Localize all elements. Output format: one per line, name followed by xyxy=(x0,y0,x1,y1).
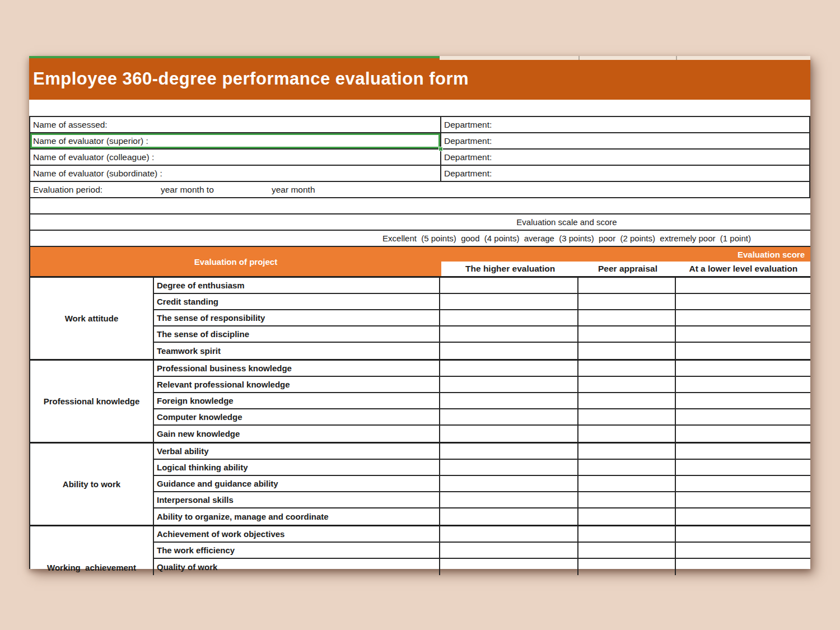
score-cell[interactable] xyxy=(578,409,676,424)
score-cell[interactable] xyxy=(676,543,810,558)
score-cell[interactable] xyxy=(676,444,810,459)
item-cell: Ability to organize, manage and coordina… xyxy=(154,508,440,525)
score-cell[interactable] xyxy=(440,476,578,491)
score-cell[interactable] xyxy=(578,377,676,392)
column-divider-tick xyxy=(676,56,677,60)
cell-label: Name of evaluator (superior) : xyxy=(33,136,148,146)
item-cell: Guidance and guidance ability xyxy=(154,476,440,491)
score-cell[interactable] xyxy=(578,444,676,459)
score-cell[interactable] xyxy=(578,559,676,575)
score-cell[interactable] xyxy=(578,476,676,491)
score-cell[interactable] xyxy=(440,377,578,392)
period-to-label: year month xyxy=(272,185,315,195)
name-of-evaluator-superior-cell[interactable]: Name of evaluator (superior) : xyxy=(30,133,441,148)
score-cell[interactable] xyxy=(440,409,578,424)
score-cell[interactable] xyxy=(676,310,810,325)
score-cell[interactable] xyxy=(578,278,676,293)
item-cell: Computer knowledge xyxy=(154,409,440,424)
table-row: Foreign knowledge xyxy=(154,393,810,409)
name-of-evaluator-subordinate-cell[interactable]: Name of evaluator (subordinate) : xyxy=(30,166,441,181)
score-cell[interactable] xyxy=(578,393,676,408)
evaluation-score-header: Evaluation score xyxy=(441,247,810,262)
score-cell[interactable] xyxy=(676,492,810,507)
score-cell[interactable] xyxy=(440,492,578,507)
score-cell[interactable] xyxy=(578,361,676,376)
table-row: Verbal ability xyxy=(154,444,810,460)
table-row: Gain new knowledge xyxy=(154,426,810,442)
score-cell[interactable] xyxy=(676,377,810,392)
department-cell[interactable]: Department: xyxy=(441,150,810,165)
score-cell[interactable] xyxy=(676,393,810,408)
category-cell: Professional knowledge xyxy=(30,361,154,442)
table-row: Degree of enthusiasm xyxy=(154,278,810,294)
score-cell[interactable] xyxy=(440,444,578,459)
name-of-assessed-cell[interactable]: Name of assessed: xyxy=(30,117,441,132)
item-cell: Quality of work xyxy=(154,559,440,575)
empty-row[interactable] xyxy=(30,198,810,214)
score-cell[interactable] xyxy=(676,526,810,542)
period-from-label: year month to xyxy=(161,185,214,195)
score-cell[interactable] xyxy=(676,343,810,359)
score-cell[interactable] xyxy=(676,278,810,293)
peer-appraisal-column-header: Peer appraisal xyxy=(579,262,676,276)
table-row: The sense of responsibility xyxy=(154,310,810,326)
score-cell[interactable] xyxy=(676,426,810,442)
score-cell[interactable] xyxy=(676,559,810,575)
score-cell[interactable] xyxy=(578,526,676,542)
score-cell[interactable] xyxy=(676,409,810,424)
page-title: Employee 360-degree performance evaluati… xyxy=(29,69,469,89)
item-cell: The sense of responsibility xyxy=(154,310,440,325)
score-cell[interactable] xyxy=(578,343,676,359)
score-cell[interactable] xyxy=(676,476,810,491)
column-divider-tick xyxy=(578,56,580,60)
section-work-attitude: Work attitude Degree of enthusiasm Credi… xyxy=(30,278,810,361)
score-cell[interactable] xyxy=(676,508,810,525)
score-cell[interactable] xyxy=(440,278,578,293)
selection-column-highlight xyxy=(29,56,440,58)
score-cell[interactable] xyxy=(578,326,676,342)
item-cell: Verbal ability xyxy=(154,444,440,459)
score-cell[interactable] xyxy=(578,460,676,475)
score-cell[interactable] xyxy=(440,310,578,325)
higher-evaluation-column-header: The higher evaluation xyxy=(441,262,579,276)
score-cell[interactable] xyxy=(578,508,676,525)
score-cell[interactable] xyxy=(440,294,578,309)
department-cell[interactable]: Department: xyxy=(441,117,810,132)
score-cell[interactable] xyxy=(440,543,578,558)
table-header: Evaluation of project Evaluation score T… xyxy=(30,247,810,278)
score-cell[interactable] xyxy=(676,326,810,342)
score-cell[interactable] xyxy=(440,460,578,475)
evaluation-period-row[interactable]: Evaluation period: year month to year mo… xyxy=(30,182,810,198)
score-cell[interactable] xyxy=(578,426,676,442)
score-cell[interactable] xyxy=(578,543,676,558)
score-cell[interactable] xyxy=(440,393,578,408)
score-cell[interactable] xyxy=(578,294,676,309)
item-cell: Foreign knowledge xyxy=(154,393,440,408)
evaluation-period-label: Evaluation period: xyxy=(33,185,102,195)
department-cell[interactable]: Department: xyxy=(441,133,810,148)
fill-handle[interactable] xyxy=(438,147,443,151)
table-row: Professional business knowledge xyxy=(154,361,810,377)
info-row-subordinate: Name of evaluator (subordinate) : Depart… xyxy=(30,166,810,182)
name-of-evaluator-colleague-cell[interactable]: Name of evaluator (colleague) : xyxy=(30,150,441,165)
score-cell[interactable] xyxy=(578,310,676,325)
department-cell[interactable]: Department: xyxy=(441,166,810,181)
table-row: Guidance and guidance ability xyxy=(154,476,810,492)
score-cell[interactable] xyxy=(440,326,578,342)
info-row-assessed: Name of assessed: Department: xyxy=(30,117,810,133)
score-cell[interactable] xyxy=(440,559,578,575)
score-cell[interactable] xyxy=(676,460,810,475)
score-cell[interactable] xyxy=(440,361,578,376)
score-cell[interactable] xyxy=(578,492,676,507)
score-cell[interactable] xyxy=(440,426,578,442)
score-cell[interactable] xyxy=(676,361,810,376)
item-cell: Logical thinking ability xyxy=(154,460,440,475)
table-row: Computer knowledge xyxy=(154,409,810,426)
score-cell[interactable] xyxy=(676,294,810,309)
item-cell: Professional business knowledge xyxy=(154,361,440,376)
evaluation-form-grid: Name of assessed: Department: Name of ev… xyxy=(29,116,810,569)
score-cell[interactable] xyxy=(440,343,578,359)
score-cell[interactable] xyxy=(440,508,578,525)
info-row-superior: Name of evaluator (superior) : Departmen… xyxy=(30,133,810,150)
score-cell[interactable] xyxy=(440,526,578,542)
